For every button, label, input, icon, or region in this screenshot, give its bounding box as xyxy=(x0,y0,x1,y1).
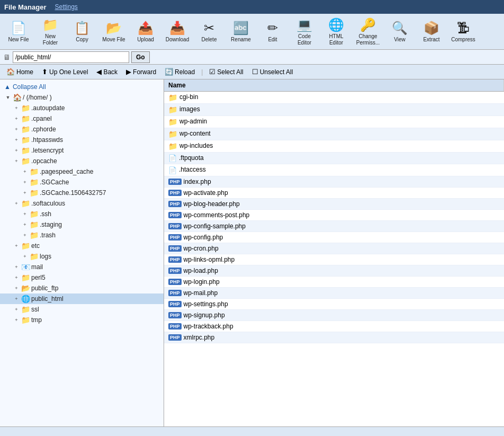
table-row[interactable]: 📄.htaccess xyxy=(164,164,504,176)
table-row[interactable]: 📄.ftpquota xyxy=(164,153,504,164)
sidebar-item-ssl[interactable]: +📁ssl xyxy=(0,304,164,315)
select-all-button[interactable]: ☑ Select All xyxy=(206,66,246,77)
sidebar-item--letsencrypt[interactable]: +📁.letsencrypt xyxy=(0,145,164,156)
home-button[interactable]: 🏠 Home xyxy=(3,66,37,77)
sidebar-item-logs[interactable]: +📁logs xyxy=(0,251,164,262)
tree-toggle-16[interactable]: + xyxy=(13,274,20,281)
tree-toggle-1[interactable]: + xyxy=(13,115,20,122)
php-badge: PHP xyxy=(168,268,182,274)
code-editor-button[interactable]: 💻CodeEditor xyxy=(289,16,320,47)
tree-toggle-4[interactable]: + xyxy=(13,147,20,154)
new-file-button[interactable]: 📄New File xyxy=(3,16,34,47)
extract-button[interactable]: 📦Extract xyxy=(416,16,447,47)
sidebar-item--trash[interactable]: +📁.trash xyxy=(0,230,164,241)
download-button[interactable]: 📥Download xyxy=(162,16,193,47)
tree-toggle-2[interactable]: + xyxy=(13,126,20,133)
sidebar-item-tmp[interactable]: +📁tmp xyxy=(0,315,164,325)
tree-toggle-18[interactable]: + xyxy=(13,295,20,302)
back-button[interactable]: ◀ Back xyxy=(93,66,121,77)
table-row[interactable]: PHPindex.php xyxy=(164,176,504,187)
table-row[interactable]: 📁images xyxy=(164,104,504,116)
tree-toggle-5[interactable]: + xyxy=(13,157,20,165)
table-row[interactable]: PHPwp-activate.php xyxy=(164,187,504,198)
table-row[interactable]: PHPwp-links-opml.php xyxy=(164,254,504,265)
folder-icon-14: 📁 xyxy=(30,252,39,261)
address-input[interactable] xyxy=(13,51,129,63)
unselect-all-button[interactable]: ☐ Unselect All xyxy=(249,66,296,77)
table-row[interactable]: 📁cgi-bin xyxy=(164,92,504,104)
tree-toggle-7[interactable]: + xyxy=(21,179,29,186)
sidebar-item--ssh[interactable]: +📁.ssh xyxy=(0,209,164,219)
table-row[interactable]: 📁wp-admin xyxy=(164,116,504,128)
sidebar-item--sgcache[interactable]: +📁.SGCache xyxy=(0,177,164,188)
tree-toggle-11[interactable]: + xyxy=(21,221,29,228)
sidebar-item--cpanel[interactable]: +📁.cpanel xyxy=(0,113,164,124)
table-row[interactable]: PHPwp-comments-post.php xyxy=(164,209,504,220)
sidebar-item-perl5[interactable]: +📁perl5 xyxy=(0,272,164,283)
reload-button[interactable]: 🔄 Reload xyxy=(161,66,198,77)
table-row[interactable]: PHPwp-load.php xyxy=(164,265,504,276)
table-row[interactable]: PHPwp-config-sample.php xyxy=(164,220,504,232)
sidebar-item--pagespeed-cache[interactable]: +📁.pagespeed_cache xyxy=(0,166,164,177)
sidebar-item--cphorde[interactable]: +📁.cphorde xyxy=(0,124,164,135)
table-row[interactable]: PHPwp-config.php xyxy=(164,232,504,243)
settings-link[interactable]: Settings xyxy=(55,3,77,11)
compress-button[interactable]: 🗜Compress xyxy=(448,16,479,47)
sidebar-item--sgcache-1506432757[interactable]: +📁.SGCache.1506432757 xyxy=(0,188,164,198)
folder-icon-9: 📁 xyxy=(21,199,30,208)
move-file-icon: 📂 xyxy=(106,21,122,35)
sidebar-item--autoupdate[interactable]: +📁.autoupdate xyxy=(0,103,164,113)
sidebar-item-public-html[interactable]: +🌐public_html xyxy=(0,293,164,304)
new-folder-button[interactable]: 📁NewFolder xyxy=(35,16,66,47)
copy-button[interactable]: 📋Copy xyxy=(67,16,97,47)
reload-label: Reload xyxy=(175,68,195,76)
sidebar-item-root[interactable]: ▼🏠/ (/home/ ) xyxy=(0,92,164,103)
tree-toggle-20[interactable]: + xyxy=(13,316,20,324)
edit-button[interactable]: ✏Edit xyxy=(257,16,288,47)
change-perms-button[interactable]: 🔑ChangePermiss... xyxy=(353,16,383,47)
tree-toggle-6[interactable]: + xyxy=(21,168,29,175)
tree-toggle-0[interactable]: + xyxy=(13,104,20,112)
sidebar-item--htpasswds[interactable]: +📁.htpasswds xyxy=(0,135,164,145)
tree-toggle-12[interactable]: + xyxy=(21,232,29,239)
tree-toggle-17[interactable]: + xyxy=(13,284,20,292)
up-one-level-button[interactable]: ⬆ Up One Level xyxy=(39,66,91,77)
tree-toggle-9[interactable]: + xyxy=(13,200,20,207)
sidebar-item--softaculous[interactable]: +📁.softaculous xyxy=(0,198,164,209)
sidebar-item-etc[interactable]: +📁etc xyxy=(0,241,164,251)
table-row[interactable]: 📁wp-includes xyxy=(164,140,504,153)
table-row[interactable]: PHPwp-blog-header.php xyxy=(164,198,504,209)
php-badge: PHP xyxy=(168,334,182,341)
table-row[interactable]: PHPwp-cron.php xyxy=(164,243,504,254)
table-row[interactable]: PHPwp-login.php xyxy=(164,276,504,287)
table-row[interactable]: 📁wp-content xyxy=(164,128,504,140)
table-row[interactable]: PHPwp-mail.php xyxy=(164,287,504,298)
tree-toggle-19[interactable]: + xyxy=(13,306,20,313)
sidebar-item--staging[interactable]: +📁.staging xyxy=(0,219,164,230)
tree-toggle-13[interactable]: + xyxy=(13,242,20,250)
sidebar-item--opcache[interactable]: +📁.opcache xyxy=(0,156,164,166)
table-row[interactable]: PHPxmlrpc.php xyxy=(164,332,504,343)
tree-toggle-10[interactable]: + xyxy=(21,210,29,218)
table-row[interactable]: PHPwp-trackback.php xyxy=(164,321,504,332)
upload-button[interactable]: 📤Upload xyxy=(130,16,161,47)
html-editor-button[interactable]: 🌐HTMLEditor xyxy=(321,16,352,47)
view-button[interactable]: 🔍View xyxy=(384,16,415,47)
tree-toggle-8[interactable]: + xyxy=(21,189,29,197)
table-row[interactable]: PHPwp-settings.php xyxy=(164,298,504,309)
code-editor-icon: 💻 xyxy=(296,17,312,32)
delete-button[interactable]: ✂Delete xyxy=(194,16,224,47)
go-button[interactable]: Go xyxy=(131,51,150,63)
rename-button[interactable]: 🔤Rename xyxy=(226,16,256,47)
sidebar-item-public-ftp[interactable]: +📂public_ftp xyxy=(0,283,164,293)
table-row[interactable]: PHPwp-signup.php xyxy=(164,309,504,321)
tree-toggle-root[interactable]: ▼ xyxy=(4,94,12,101)
tree-toggle-3[interactable]: + xyxy=(13,136,20,144)
tree-toggle-15[interactable]: + xyxy=(13,263,20,271)
tree-toggle-14[interactable]: + xyxy=(21,253,29,260)
home-icon: 🏠 xyxy=(6,68,15,76)
forward-button[interactable]: ▶ Forward xyxy=(123,66,159,77)
collapse-all-button[interactable]: ▲ Collapse All xyxy=(0,82,164,92)
move-file-button[interactable]: 📂Move File xyxy=(98,16,129,47)
sidebar-item-mail[interactable]: +📧mail xyxy=(0,262,164,272)
